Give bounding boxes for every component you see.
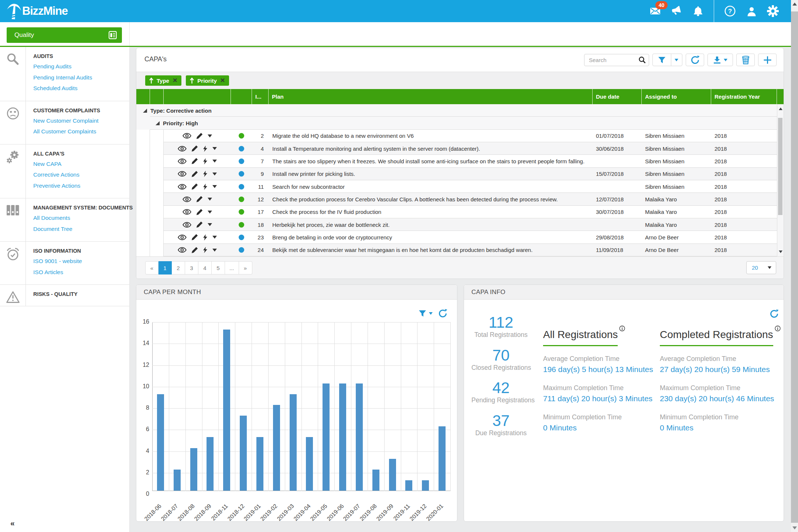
edit-icon[interactable] [196,196,203,202]
edit-icon[interactable] [196,133,203,139]
table-row[interactable]: 4Install a Temperature monitoring and al… [136,142,777,155]
page-button-1[interactable]: 1 [158,261,172,274]
edit-icon[interactable] [191,183,198,190]
workflow-action-icon[interactable] [203,247,208,253]
row-menu-icon[interactable] [212,249,217,252]
edit-icon[interactable] [191,234,198,241]
grid-header-status[interactable] [231,89,252,104]
sidebar-item-scheduled-audits[interactable]: Scheduled Audits [33,83,129,94]
grid-header-group2[interactable] [150,89,164,104]
table-row[interactable]: 23Breng de betaling in orde voor de cryp… [136,231,777,243]
collapse-group-icon[interactable] [156,121,160,125]
table-row[interactable]: 17Check the process for the IV fluid pro… [136,206,777,218]
table-row[interactable]: 12Check the production process for Cereb… [136,193,777,205]
search-icon[interactable] [639,57,646,64]
page-scrollbar[interactable] [791,0,798,532]
view-icon[interactable] [178,247,187,253]
info-icon[interactable] [775,325,781,333]
sidebar-item-iso-articles[interactable]: ISO Articles [33,267,129,278]
group-row-type[interactable]: Type: Corrective action [136,104,777,117]
trash-button[interactable] [736,54,755,66]
group-chip-priority[interactable]: Priority✕ [186,75,229,86]
scroll-up-icon[interactable] [779,108,782,110]
sidebar-item-preventive-actions[interactable]: Preventive Actions [33,180,129,191]
page-button-4[interactable]: 4 [198,261,212,274]
sidebar-item-corrective-actions[interactable]: Corrective Actions [33,169,129,180]
view-icon[interactable] [178,158,187,164]
announcements-button[interactable] [666,0,687,22]
add-button[interactable] [758,54,777,66]
profile-button[interactable] [741,0,762,22]
page-scrollbar-thumb[interactable] [791,11,798,523]
notifications-button[interactable] [687,0,709,22]
workflow-action-icon[interactable] [203,184,208,190]
row-menu-icon[interactable] [212,173,217,175]
row-menu-icon[interactable] [212,185,217,188]
filter-dropdown-button[interactable] [671,54,682,66]
workflow-action-icon[interactable] [203,158,208,164]
help-button[interactable]: ? [719,0,741,22]
page-button-3[interactable]: 3 [185,261,198,274]
edit-icon[interactable] [191,145,198,152]
grid-header-id[interactable]: I... [252,89,269,104]
table-row[interactable]: 2Migrate the old HQ database to a new en… [136,130,777,142]
edit-icon[interactable] [196,209,203,215]
sidebar-item-new-capa[interactable]: New CAPA [33,158,129,170]
page-button-5[interactable]: 5 [212,261,225,274]
messages-button[interactable]: 40 [644,0,666,22]
grid-header-due-date[interactable]: Due date [593,89,642,104]
row-menu-icon[interactable] [208,223,212,226]
sidebar-item-document-tree[interactable]: Document Tree [33,224,133,235]
view-icon[interactable] [178,235,187,240]
view-icon[interactable] [178,146,187,151]
edit-icon[interactable] [191,247,198,253]
view-icon[interactable] [183,197,191,202]
bizzmine-logo[interactable]: BizzMine [6,1,68,21]
workspace-selector[interactable]: Quality [7,27,122,43]
page-button-2[interactable]: 2 [172,261,185,274]
sidebar-item-pending-internal-audits[interactable]: Pending Internal Audits [33,72,129,83]
edit-icon[interactable] [196,221,203,228]
page-button-next[interactable]: » [239,261,252,274]
collapse-group-icon[interactable] [143,109,147,113]
chart-refresh-button[interactable] [438,309,447,318]
remove-group-icon[interactable]: ✕ [173,78,177,83]
edit-icon[interactable] [191,171,198,177]
group-row-priority[interactable]: Priority: High [136,117,777,129]
sidebar-item-pending-audits[interactable]: Pending Audits [33,61,129,72]
sidebar-item-all-documents[interactable]: All Documents [33,212,133,224]
table-row[interactable]: 18Herbekijk het proces, zie waar de bott… [136,218,777,231]
info-icon[interactable] [619,325,625,333]
scroll-down-icon[interactable] [792,526,797,529]
workflow-action-icon[interactable] [203,234,208,241]
view-icon[interactable] [178,171,187,177]
grid-header-group1[interactable] [136,89,150,104]
settings-button[interactable] [762,0,784,22]
view-icon[interactable] [183,222,191,228]
workflow-action-icon[interactable] [203,146,208,152]
grid-header-plan[interactable]: Plan [269,89,593,104]
view-icon[interactable] [183,133,191,139]
grid-header-assigned-to[interactable]: Assigned to [642,89,711,104]
sidebar-item-new-customer-complaint[interactable]: New Customer Complaint [33,115,129,126]
refresh-button[interactable] [686,54,704,66]
sidebar-item-iso-9001-website[interactable]: ISO 9001 - website [33,256,129,267]
scroll-down-icon[interactable] [779,250,782,253]
view-icon[interactable] [183,209,191,215]
table-row[interactable]: 7The stairs are too slippery when it fre… [136,155,777,167]
grid-header-actions[interactable] [164,89,231,104]
grid-header-registration-year[interactable]: Registration Year [711,89,777,104]
info-refresh-button[interactable] [770,309,779,318]
export-button[interactable] [707,54,733,66]
row-menu-icon[interactable] [212,236,217,239]
group-chip-type[interactable]: Type✕ [145,75,181,86]
filter-button[interactable] [653,54,671,66]
sidebar-item-all-customer-complaints[interactable]: All Customer Complaints [33,126,129,137]
grid-scrollbar[interactable] [777,104,784,256]
row-menu-icon[interactable] [208,134,212,137]
page-size-select[interactable]: 20 [746,261,776,274]
row-menu-icon[interactable] [212,147,217,150]
remove-group-icon[interactable]: ✕ [220,78,225,83]
table-row[interactable]: 11Search for new subcontractorSibren Mis… [136,180,777,193]
view-icon[interactable] [178,184,187,190]
